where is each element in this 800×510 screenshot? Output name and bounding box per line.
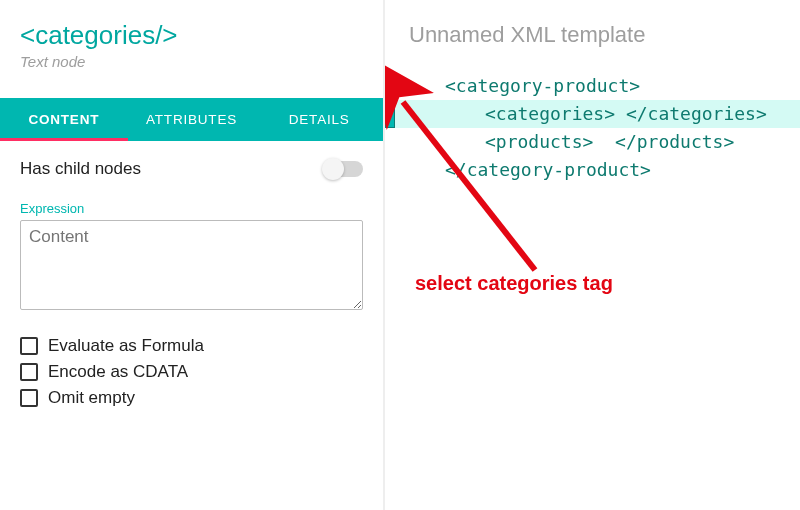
callout-text: select categories tag (415, 272, 613, 295)
content-panel: Has child nodes Expression Evaluate as F… (0, 141, 383, 432)
check-encode-as-cdata[interactable]: Encode as CDATA (20, 362, 363, 382)
code-line-close-root[interactable]: </category-product> (385, 156, 800, 184)
code-block: <category-product> <categories> </catego… (385, 58, 800, 184)
has-child-toggle[interactable] (323, 161, 363, 177)
check-omit-empty[interactable]: Omit empty (20, 388, 363, 408)
code-line-categories[interactable]: <categories> </categories> (385, 100, 800, 128)
template-title: Unnamed XML template (385, 0, 800, 58)
checkbox-icon (20, 363, 38, 381)
has-child-row: Has child nodes (20, 159, 363, 179)
has-child-label: Has child nodes (20, 159, 141, 179)
checkbox-icon (20, 389, 38, 407)
template-panel: Unnamed XML template <category-product> … (385, 0, 800, 510)
node-title: <categories/> (20, 20, 363, 51)
app-root: <categories/> Text node CONTENT ATTRIBUT… (0, 0, 800, 510)
expression-label: Expression (20, 201, 363, 216)
code-line-open-root[interactable]: <category-product> (385, 72, 800, 100)
tab-bar: CONTENT ATTRIBUTES DETAILS (0, 98, 383, 141)
check-label: Omit empty (48, 388, 135, 408)
node-subtitle: Text node (20, 53, 363, 70)
checkbox-group: Evaluate as Formula Encode as CDATA Omit… (20, 336, 363, 408)
node-header: <categories/> Text node (0, 0, 383, 80)
properties-panel: <categories/> Text node CONTENT ATTRIBUT… (0, 0, 385, 510)
check-evaluate-as-formula[interactable]: Evaluate as Formula (20, 336, 363, 356)
code-line-products[interactable]: <products> </products> (385, 128, 800, 156)
check-label: Evaluate as Formula (48, 336, 204, 356)
expression-input[interactable] (20, 220, 363, 310)
tab-details[interactable]: DETAILS (255, 98, 383, 141)
checkbox-icon (20, 337, 38, 355)
tab-attributes[interactable]: ATTRIBUTES (128, 98, 256, 141)
tab-content[interactable]: CONTENT (0, 98, 128, 141)
check-label: Encode as CDATA (48, 362, 188, 382)
